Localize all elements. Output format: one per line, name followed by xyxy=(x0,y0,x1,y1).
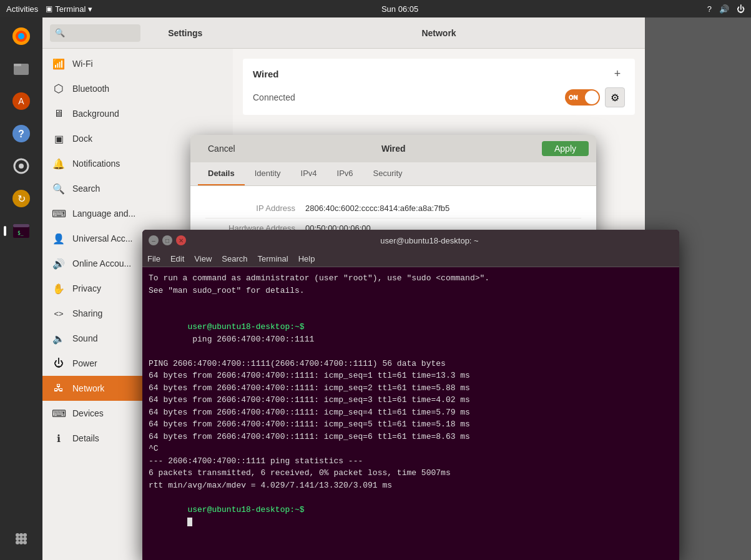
dock-icon-appstore[interactable]: A xyxy=(6,86,36,116)
ip-address-label: IP Address xyxy=(205,204,305,213)
terminal-blank1 xyxy=(149,297,673,309)
toggle-label: ON xyxy=(569,94,577,101)
dialog-apply-button[interactable]: Apply xyxy=(542,141,589,156)
dialog-cancel-button[interactable]: Cancel xyxy=(198,141,245,156)
tab-security[interactable]: Security xyxy=(363,162,413,185)
activities-label[interactable]: Activities xyxy=(6,4,38,14)
svg-point-22 xyxy=(23,537,27,541)
power-icon[interactable]: ⏻ xyxy=(737,4,745,14)
sidebar-item-universal-label: Universal Acc... xyxy=(72,233,132,243)
network-content: Wired + Connected ON ⚙ xyxy=(233,49,645,125)
ip-address-row: IP Address 2806:40c:6002:cccc:8414:a6fe:… xyxy=(205,199,581,219)
dock-icon-nav: ▣ xyxy=(52,132,65,145)
background-icon: 🖥 xyxy=(52,107,65,120)
svg-point-21 xyxy=(16,537,19,541)
sidebar-item-dock-label: Dock xyxy=(72,134,92,144)
terminal-ping-6: 64 bytes from 2606:4700:4700::1111: icmp… xyxy=(149,431,673,443)
sidebar-item-language-label: Language and... xyxy=(72,209,135,219)
svg-point-18 xyxy=(16,541,19,544)
terminal-cursor xyxy=(187,518,192,526)
wired-section: Wired + Connected ON ⚙ xyxy=(243,59,635,115)
notifications-icon: 🔔 xyxy=(52,157,65,170)
dialog-titlebar: Cancel Wired Apply xyxy=(190,135,596,162)
svg-point-23 xyxy=(19,533,23,537)
sidebar-item-online-label: Online Accou... xyxy=(72,258,131,268)
ip-address-value: 2806:40c:6002:cccc:8414:a6fe:a8a:7fb5 xyxy=(305,204,449,213)
wired-connection-label: Connected xyxy=(253,92,295,102)
dialog-tabs: Details Identity IPv4 IPv6 Security xyxy=(190,162,596,186)
window-buttons: – □ ✕ xyxy=(149,235,186,245)
sidebar-item-privacy-label: Privacy xyxy=(72,283,101,293)
menu-file[interactable]: File xyxy=(147,254,160,263)
menu-edit[interactable]: Edit xyxy=(170,254,184,263)
terminal-stats-3: rtt min/avg/max/mdev = 4.029/7.141/13.32… xyxy=(149,479,673,492)
menu-terminal[interactable]: Terminal xyxy=(258,254,288,263)
dock: A ? ↻ xyxy=(0,17,42,560)
terminal-prompt1: user@ubuntu18-desktop:~$ xyxy=(187,322,304,332)
tab-ipv4[interactable]: IPv4 xyxy=(291,162,327,185)
universal-icon: 👤 xyxy=(52,232,65,245)
online-icon: 🔊 xyxy=(52,257,65,270)
menu-view[interactable]: View xyxy=(194,254,212,263)
terminal-menu-label[interactable]: ▣ Terminal ▾ xyxy=(46,4,92,14)
terminal-titlebar: – □ ✕ user@ubuntu18-desktop: ~ xyxy=(142,230,679,251)
network-header: Network xyxy=(233,17,645,49)
language-icon: ⌨ xyxy=(52,207,65,220)
top-bar-left: Activities ▣ Terminal ▾ xyxy=(6,4,92,14)
sidebar-item-power-label: Power xyxy=(72,358,97,368)
svg-point-2 xyxy=(18,33,24,39)
menu-search[interactable]: Search xyxy=(222,254,247,263)
terminal-title: user@ubuntu18-desktop: ~ xyxy=(186,236,673,245)
sound-icon: 🔈 xyxy=(52,332,65,345)
svg-point-24 xyxy=(19,541,23,544)
terminal-final-prompt-line: user@ubuntu18-desktop:~$ xyxy=(149,491,673,540)
wired-connection-row: Connected ON ⚙ xyxy=(253,87,625,107)
dock-icon-files[interactable] xyxy=(6,54,36,84)
help-icon: ? xyxy=(707,4,712,14)
tab-identity[interactable]: Identity xyxy=(245,162,291,185)
tab-details[interactable]: Details xyxy=(198,162,245,185)
svg-rect-4 xyxy=(14,64,21,66)
terminal-ping-2: 64 bytes from 2606:4700:4700::1111: icmp… xyxy=(149,382,673,395)
sidebar-item-background[interactable]: 🖥 Background xyxy=(42,101,233,126)
bluetooth-icon: ⬡ xyxy=(52,82,65,95)
dock-icon-help[interactable]: ? xyxy=(6,119,36,149)
network-panel-title: Network xyxy=(421,28,456,38)
settings-title: Settings xyxy=(145,28,226,38)
terminal-ping-header: PING 2606:4700:4700::1111(2606:4700:4700… xyxy=(149,358,673,370)
sidebar-item-network-label: Network xyxy=(72,383,104,393)
sidebar-item-sound-label: Sound xyxy=(72,333,97,343)
terminal-body[interactable]: To run a command as administrator (user … xyxy=(142,267,679,560)
sidebar-item-bluetooth[interactable]: ⬡ Bluetooth xyxy=(42,76,233,101)
volume-icon[interactable]: 🔊 xyxy=(719,4,729,14)
main-area: A ? ↻ xyxy=(0,17,751,560)
minimize-button[interactable]: – xyxy=(149,235,159,245)
wired-settings-button[interactable]: ⚙ xyxy=(605,87,625,107)
sidebar-item-devices-label: Devices xyxy=(72,408,104,418)
maximize-button[interactable]: □ xyxy=(162,235,172,245)
dock-icon-firefox[interactable] xyxy=(6,21,36,51)
svg-text:A: A xyxy=(18,96,24,106)
dock-icon-updates[interactable]: ↻ xyxy=(6,184,36,214)
search-nav-icon: 🔍 xyxy=(52,182,65,195)
dialog-title: Wired xyxy=(245,144,542,154)
tab-ipv6[interactable]: IPv6 xyxy=(327,162,363,185)
menu-help[interactable]: Help xyxy=(298,254,315,263)
wired-add-button[interactable]: + xyxy=(610,66,625,81)
terminal-sudo-line1: To run a command as administrator (user … xyxy=(149,272,673,285)
sidebar-item-details-label: Details xyxy=(72,433,99,443)
terminal-ping-3: 64 bytes from 2606:4700:4700::1111: icmp… xyxy=(149,394,673,406)
dock-icon-terminal[interactable]: $_ xyxy=(6,216,36,246)
top-bar: Activities ▣ Terminal ▾ Sun 06:05 ? 🔊 ⏻ xyxy=(0,0,751,17)
terminal-stats-1: --- 2606:4700:4700::1111 ping statistics… xyxy=(149,455,673,468)
dock-icon-apps[interactable] xyxy=(6,524,36,554)
sidebar-item-wifi-label: Wi-Fi xyxy=(72,59,93,69)
dock-icon-settings[interactable] xyxy=(6,151,36,181)
sidebar-item-wifi[interactable]: 📶 Wi-Fi xyxy=(42,51,233,76)
settings-search-box[interactable]: 🔍 xyxy=(50,24,140,42)
wired-toggle[interactable]: ON xyxy=(565,89,600,106)
privacy-icon: ✋ xyxy=(52,282,65,295)
svg-point-19 xyxy=(23,541,27,544)
power-nav-icon: ⏻ xyxy=(52,357,65,370)
close-button[interactable]: ✕ xyxy=(176,235,186,245)
